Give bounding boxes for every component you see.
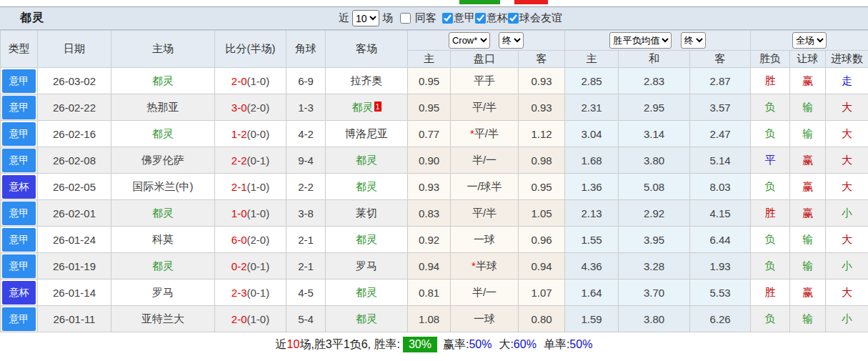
avg-away-odds: 6.26 <box>690 306 751 332</box>
bookmaker-odds-time-select[interactable]: 终 <box>499 32 524 49</box>
match-date: 26-01-14 <box>38 280 111 306</box>
same-away-checkbox[interactable] <box>400 13 411 24</box>
home-team: 热那亚 <box>111 94 215 121</box>
avg-draw-odds: 3.95 <box>619 227 690 253</box>
handicap-line-text: 平/半 <box>472 101 497 113</box>
league-type-cell: 意甲 <box>1 68 38 94</box>
subheader-handicap-away: 客 <box>519 51 565 68</box>
handicap-home-odds: 0.94 <box>408 253 451 280</box>
handicap-line: 平手 <box>451 68 519 94</box>
avg-away-odds: 2.47 <box>690 121 751 147</box>
away-team: 莱切 <box>326 200 408 227</box>
match-date: 26-03-02 <box>38 68 111 94</box>
full-time-score: 2-0 <box>231 313 247 325</box>
half-time-score: (1-0) <box>247 207 270 219</box>
handicap-line: 一球 <box>451 306 519 332</box>
handicap-home-odds: 1.08 <box>408 306 451 332</box>
away-team: 博洛尼亚 <box>326 121 408 147</box>
league-type-cell: 意甲 <box>1 306 38 332</box>
red-tab-remnant <box>514 0 548 4</box>
home-team: 都灵 <box>111 68 215 94</box>
score-cell: 1-0(1-0) <box>215 200 286 227</box>
match-row: 意甲 26-02-16 都灵 1-2(0-0) 4-2 博洛尼亚 0.77 *平… <box>1 121 868 147</box>
filter-coppa-italia[interactable]: 意杯 <box>475 11 508 25</box>
bookmaker-select[interactable]: Crow* <box>449 32 490 49</box>
handicap-home-odds: 0.93 <box>408 174 451 200</box>
handicap-line: 一球 <box>451 227 519 253</box>
result-goals: 小 <box>826 253 868 280</box>
result-winloss: 平 <box>751 147 790 174</box>
avg-away-odds: 3.57 <box>690 94 751 121</box>
filter-club-friendly[interactable]: 球会友谊 <box>508 11 562 25</box>
filter-same-away[interactable]: 同客 <box>400 11 437 25</box>
result-handicap: 赢 <box>790 147 826 174</box>
result-handicap: 输 <box>790 253 826 280</box>
column-header-away: 客场 <box>326 31 408 68</box>
win-rate-badge: 30% <box>403 337 437 352</box>
odd-rate-label: 单率: <box>544 337 569 352</box>
avg-away-odds: 2.87 <box>690 68 751 94</box>
league-type-cell: 意甲 <box>1 200 38 227</box>
handicap-line-text: 半球 <box>476 259 497 272</box>
handicap-home-odds: 0.95 <box>408 68 451 94</box>
filter-same-away-label: 同客 <box>415 11 437 25</box>
full-time-score: 1-2 <box>231 128 247 140</box>
handicap-home-odds: 0.90 <box>408 147 451 174</box>
away-team: 都灵 <box>326 306 408 332</box>
home-team-name: 都灵 <box>152 127 174 139</box>
handicap-line: *平/半 <box>451 121 519 147</box>
away-team-name: 都灵 <box>356 180 377 192</box>
serie-a-checkbox[interactable] <box>442 13 453 24</box>
match-row: 意杯 26-02-05 国际米兰(中) 2-1(1-0) 2-2 都灵 0.93… <box>1 174 868 200</box>
recent-count-select[interactable]: 10 <box>352 10 379 26</box>
result-winloss: 负 <box>751 306 790 332</box>
subheader-goals: 进球数 <box>826 51 868 68</box>
column-header-date: 日期 <box>38 31 111 68</box>
subheader-handicap-result: 让球 <box>790 51 826 68</box>
league-badge: 意甲 <box>2 202 36 225</box>
match-row: 意甲 26-03-02 都灵 2-0(1-0) 6-9 拉齐奥 0.95 平手 … <box>1 68 868 94</box>
avg-home-odds: 1.36 <box>565 174 619 200</box>
match-row: 意甲 26-01-24 科莫 6-0(2-0) 2-1 都灵 0.92 一球 0… <box>1 227 868 253</box>
handicap-home-odds: 0.77 <box>408 121 451 147</box>
handicap-away-odds: 1.05 <box>519 200 565 227</box>
avg-away-odds: 4.15 <box>690 200 751 227</box>
coppa-italia-checkbox[interactable] <box>475 13 486 24</box>
half-time-score: (1-0) <box>247 313 270 325</box>
avg-home-odds: 1.55 <box>565 227 619 253</box>
half-time-score: (1-0) <box>247 75 270 87</box>
scope-select[interactable]: 全场 <box>792 32 827 49</box>
avg-home-odds: 2.31 <box>565 94 619 121</box>
summary-bar: 近10场,胜3平1负6, 胜率: 30% 赢率:50% 大:60% 单率:50% <box>0 332 868 357</box>
home-team-name: 亚特兰大 <box>141 312 184 325</box>
league-badge: 意杯 <box>2 175 36 199</box>
result-goals: 大 <box>826 94 868 121</box>
home-team: 科莫 <box>111 227 215 253</box>
home-team: 国际米兰(中) <box>111 174 215 200</box>
league-badge: 意甲 <box>2 254 36 278</box>
league-type-cell: 意杯 <box>1 280 38 306</box>
recent-label-suffix: 场 <box>382 11 393 25</box>
handicap-home-odds: 0.81 <box>408 280 451 306</box>
average-odds-select[interactable]: 胜平负均值 <box>609 32 672 49</box>
subheader-avg-home: 主 <box>565 51 619 68</box>
big-rate-label: 大: <box>499 337 513 352</box>
score-cell: 2-2(0-1) <box>215 147 286 174</box>
score-cell: 2-0(1-0) <box>215 68 286 94</box>
result-goals: 小 <box>826 200 868 227</box>
subheader-avg-away: 客 <box>690 51 751 68</box>
avg-away-odds: 5.53 <box>690 280 751 306</box>
result-winloss: 胜 <box>751 200 790 227</box>
away-team-name: 博洛尼亚 <box>345 127 388 139</box>
match-row: 意甲 26-02-01 都灵 1-0(1-0) 3-8 莱切 0.83 平/半 … <box>1 200 868 227</box>
away-team-name: 莱切 <box>356 207 377 219</box>
average-odds-time-select[interactable]: 终 <box>681 32 706 49</box>
result-goals: 大 <box>826 280 868 306</box>
handicap-line: 半/一 <box>451 280 519 306</box>
corners: 4-2 <box>286 121 326 147</box>
handicap-line: 平/半 <box>451 200 519 227</box>
handicap-home-odds: 0.83 <box>408 200 451 227</box>
match-date: 26-01-24 <box>38 227 111 253</box>
club-friendly-checkbox[interactable] <box>508 13 519 24</box>
filter-serie-a[interactable]: 意甲 <box>442 11 475 25</box>
